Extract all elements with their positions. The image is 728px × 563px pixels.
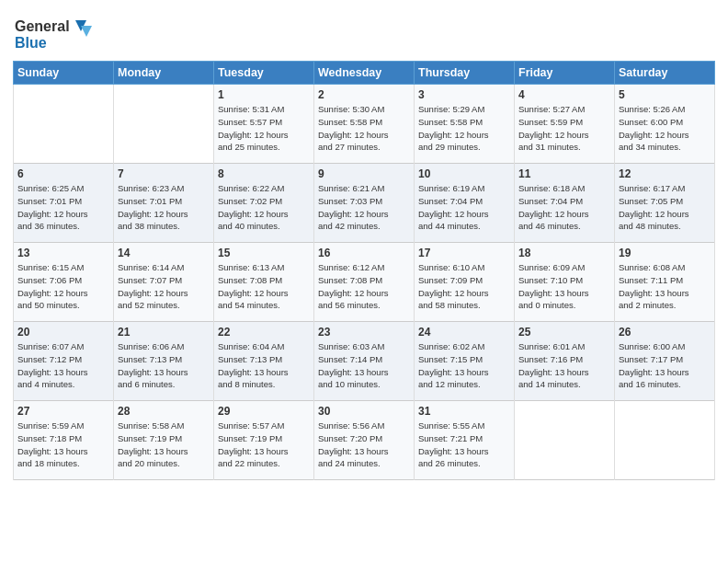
day-number: 6 [17, 167, 109, 180]
day-number: 16 [318, 247, 410, 259]
day-cell: 7Sunrise: 6:23 AM Sunset: 7:01 PM Daylig… [114, 164, 214, 243]
day-number: 26 [619, 326, 711, 339]
weekday-header-friday: Friday [515, 62, 615, 85]
day-info: Sunrise: 6:14 AM Sunset: 7:07 PM Dayligh… [118, 261, 210, 312]
day-cell: 9Sunrise: 6:21 AM Sunset: 7:03 PM Daylig… [314, 164, 415, 243]
day-number: 10 [418, 167, 510, 180]
day-cell [14, 85, 114, 164]
day-number: 5 [619, 88, 711, 101]
day-number: 2 [318, 88, 410, 101]
day-number: 12 [619, 167, 711, 180]
day-cell: 23Sunrise: 6:03 AM Sunset: 7:14 PM Dayli… [314, 322, 415, 401]
day-info: Sunrise: 6:07 AM Sunset: 7:12 PM Dayligh… [17, 340, 109, 391]
day-cell: 20Sunrise: 6:07 AM Sunset: 7:12 PM Dayli… [14, 322, 114, 401]
day-cell: 19Sunrise: 6:08 AM Sunset: 7:11 PM Dayli… [615, 243, 715, 322]
day-cell: 6Sunrise: 6:25 AM Sunset: 7:01 PM Daylig… [14, 164, 114, 243]
day-info: Sunrise: 6:22 AM Sunset: 7:02 PM Dayligh… [218, 182, 310, 233]
day-cell: 2Sunrise: 5:30 AM Sunset: 5:58 PM Daylig… [314, 85, 415, 164]
day-number: 31 [418, 405, 510, 418]
day-info: Sunrise: 5:58 AM Sunset: 7:19 PM Dayligh… [118, 419, 210, 470]
day-number: 7 [118, 167, 210, 180]
day-cell: 3Sunrise: 5:29 AM Sunset: 5:58 PM Daylig… [415, 85, 515, 164]
day-number: 14 [118, 247, 210, 259]
day-cell: 14Sunrise: 6:14 AM Sunset: 7:07 PM Dayli… [114, 243, 214, 322]
day-cell: 22Sunrise: 6:04 AM Sunset: 7:13 PM Dayli… [214, 322, 314, 401]
day-number: 15 [218, 247, 310, 259]
day-info: Sunrise: 6:02 AM Sunset: 7:15 PM Dayligh… [418, 340, 510, 391]
day-info: Sunrise: 6:03 AM Sunset: 7:14 PM Dayligh… [318, 340, 410, 391]
day-number: 27 [17, 405, 109, 418]
weekday-header-sunday: Sunday [14, 62, 114, 85]
day-cell: 18Sunrise: 6:09 AM Sunset: 7:10 PM Dayli… [515, 243, 615, 322]
day-number: 17 [418, 247, 510, 259]
day-cell: 31Sunrise: 5:55 AM Sunset: 7:21 PM Dayli… [415, 401, 515, 480]
weekday-header-row: SundayMondayTuesdayWednesdayThursdayFrid… [14, 62, 715, 85]
day-info: Sunrise: 5:55 AM Sunset: 7:21 PM Dayligh… [418, 419, 510, 470]
day-number: 3 [418, 88, 510, 101]
week-row-5: 27Sunrise: 5:59 AM Sunset: 7:18 PM Dayli… [14, 401, 715, 480]
day-info: Sunrise: 5:56 AM Sunset: 7:20 PM Dayligh… [318, 419, 410, 470]
logo: General Blue [13, 13, 96, 57]
calendar-table: SundayMondayTuesdayWednesdayThursdayFrid… [13, 61, 715, 480]
svg-marker-3 [81, 26, 92, 37]
day-number: 4 [518, 88, 610, 101]
day-number: 29 [218, 405, 310, 418]
day-cell: 5Sunrise: 5:26 AM Sunset: 6:00 PM Daylig… [615, 85, 715, 164]
day-cell [114, 85, 214, 164]
day-cell: 16Sunrise: 6:12 AM Sunset: 7:08 PM Dayli… [314, 243, 415, 322]
day-info: Sunrise: 5:27 AM Sunset: 5:59 PM Dayligh… [518, 103, 610, 154]
day-info: Sunrise: 6:23 AM Sunset: 7:01 PM Dayligh… [118, 182, 210, 233]
day-info: Sunrise: 6:01 AM Sunset: 7:16 PM Dayligh… [518, 340, 610, 391]
day-info: Sunrise: 6:12 AM Sunset: 7:08 PM Dayligh… [318, 261, 410, 312]
day-info: Sunrise: 6:00 AM Sunset: 7:17 PM Dayligh… [619, 340, 711, 391]
day-number: 22 [218, 326, 310, 339]
weekday-header-tuesday: Tuesday [214, 62, 314, 85]
week-row-2: 6Sunrise: 6:25 AM Sunset: 7:01 PM Daylig… [14, 164, 715, 243]
header-row: General Blue [13, 9, 715, 57]
svg-text:Blue: Blue [15, 35, 47, 51]
day-cell: 8Sunrise: 6:22 AM Sunset: 7:02 PM Daylig… [214, 164, 314, 243]
day-info: Sunrise: 6:21 AM Sunset: 7:03 PM Dayligh… [318, 182, 410, 233]
day-info: Sunrise: 6:09 AM Sunset: 7:10 PM Dayligh… [518, 261, 610, 312]
day-cell: 30Sunrise: 5:56 AM Sunset: 7:20 PM Dayli… [314, 401, 415, 480]
day-number: 20 [17, 326, 109, 339]
weekday-header-thursday: Thursday [415, 62, 515, 85]
day-info: Sunrise: 6:08 AM Sunset: 7:11 PM Dayligh… [619, 261, 711, 312]
svg-text:General: General [15, 18, 70, 34]
day-number: 1 [218, 88, 310, 101]
day-cell: 11Sunrise: 6:18 AM Sunset: 7:04 PM Dayli… [515, 164, 615, 243]
week-row-4: 20Sunrise: 6:07 AM Sunset: 7:12 PM Dayli… [14, 322, 715, 401]
logo-text: General Blue [13, 13, 96, 57]
weekday-header-saturday: Saturday [615, 62, 715, 85]
day-number: 30 [318, 405, 410, 418]
day-cell: 28Sunrise: 5:58 AM Sunset: 7:19 PM Dayli… [114, 401, 214, 480]
day-cell: 27Sunrise: 5:59 AM Sunset: 7:18 PM Dayli… [14, 401, 114, 480]
day-cell [615, 401, 715, 480]
day-info: Sunrise: 6:18 AM Sunset: 7:04 PM Dayligh… [518, 182, 610, 233]
day-number: 23 [318, 326, 410, 339]
day-number: 13 [17, 247, 109, 259]
day-info: Sunrise: 5:26 AM Sunset: 6:00 PM Dayligh… [619, 103, 711, 154]
day-info: Sunrise: 5:30 AM Sunset: 5:58 PM Dayligh… [318, 103, 410, 154]
day-cell: 1Sunrise: 5:31 AM Sunset: 5:57 PM Daylig… [214, 85, 314, 164]
day-cell: 10Sunrise: 6:19 AM Sunset: 7:04 PM Dayli… [415, 164, 515, 243]
day-cell: 4Sunrise: 5:27 AM Sunset: 5:59 PM Daylig… [515, 85, 615, 164]
day-number: 24 [418, 326, 510, 339]
week-row-1: 1Sunrise: 5:31 AM Sunset: 5:57 PM Daylig… [14, 85, 715, 164]
day-info: Sunrise: 6:06 AM Sunset: 7:13 PM Dayligh… [118, 340, 210, 391]
day-info: Sunrise: 5:29 AM Sunset: 5:58 PM Dayligh… [418, 103, 510, 154]
day-cell: 26Sunrise: 6:00 AM Sunset: 7:17 PM Dayli… [615, 322, 715, 401]
day-info: Sunrise: 6:13 AM Sunset: 7:08 PM Dayligh… [218, 261, 310, 312]
day-info: Sunrise: 5:31 AM Sunset: 5:57 PM Dayligh… [218, 103, 310, 154]
day-cell: 24Sunrise: 6:02 AM Sunset: 7:15 PM Dayli… [415, 322, 515, 401]
day-cell: 12Sunrise: 6:17 AM Sunset: 7:05 PM Dayli… [615, 164, 715, 243]
day-number: 19 [619, 247, 711, 259]
weekday-header-wednesday: Wednesday [314, 62, 415, 85]
day-number: 21 [118, 326, 210, 339]
day-info: Sunrise: 6:25 AM Sunset: 7:01 PM Dayligh… [17, 182, 109, 233]
week-row-3: 13Sunrise: 6:15 AM Sunset: 7:06 PM Dayli… [14, 243, 715, 322]
day-number: 28 [118, 405, 210, 418]
day-info: Sunrise: 6:10 AM Sunset: 7:09 PM Dayligh… [418, 261, 510, 312]
day-cell: 25Sunrise: 6:01 AM Sunset: 7:16 PM Dayli… [515, 322, 615, 401]
day-cell: 15Sunrise: 6:13 AM Sunset: 7:08 PM Dayli… [214, 243, 314, 322]
